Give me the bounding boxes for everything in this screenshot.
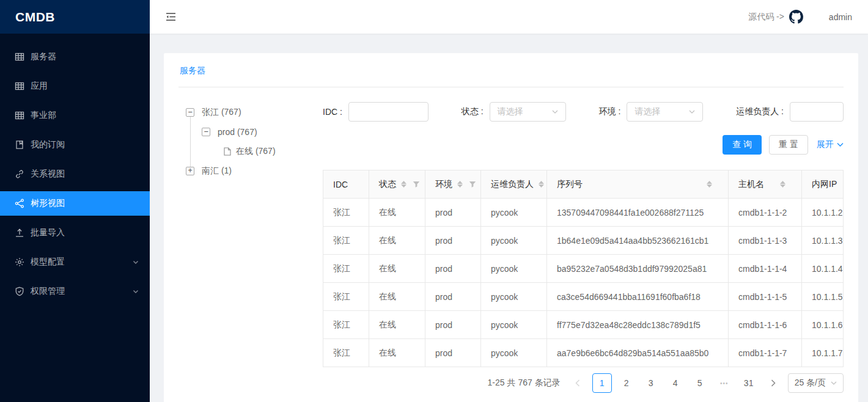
- tree-node-label[interactable]: prod (767): [218, 127, 257, 137]
- pagination-page[interactable]: 31: [739, 373, 759, 393]
- pagination-ellipsis[interactable]: •••: [715, 373, 734, 393]
- menu-fold-icon[interactable]: [166, 12, 176, 22]
- idc-input[interactable]: [348, 102, 428, 122]
- table-row: 张江 在线 prod pycook ff775e7d32ea48c28eddc1…: [323, 311, 844, 339]
- tab-bar: 服务器: [178, 53, 844, 87]
- cell-idc: 张江: [323, 311, 369, 339]
- pagination-page[interactable]: 1: [592, 373, 612, 393]
- cell-status: 在线: [369, 339, 425, 367]
- column-header-internal-ip: 内网IP: [802, 170, 844, 199]
- status-label: 状态 :: [462, 106, 484, 117]
- cell-internal-ip: 10.1.1.5: [802, 283, 844, 311]
- page-size-value: 25 条/页: [795, 378, 826, 389]
- env-select[interactable]: 请选择: [627, 102, 703, 122]
- sort-icon[interactable]: [539, 181, 544, 188]
- cell-status: 在线: [369, 283, 425, 311]
- cell-serial: aa7e9b6e6bc64d829ba514a551aa85b0: [547, 339, 729, 367]
- column-header-hostname[interactable]: 主机名: [729, 170, 802, 199]
- cell-internal-ip: 10.1.1.4: [802, 255, 844, 283]
- sort-icon[interactable]: [457, 181, 463, 188]
- cell-operator: pycook: [481, 227, 547, 255]
- status-select-value: 请选择: [498, 106, 523, 117]
- cell-status: 在线: [369, 199, 425, 227]
- column-title: 状态: [379, 179, 396, 190]
- cell-hostname: cmdb1-1-1-5: [729, 283, 802, 311]
- tree-node: − 张江 (767): [178, 103, 323, 122]
- cell-env: prod: [425, 227, 481, 255]
- cell-operator: pycook: [481, 283, 547, 311]
- tree-node-label[interactable]: 在线 (767): [236, 146, 276, 157]
- reset-button[interactable]: 重 置: [769, 135, 808, 155]
- cell-hostname: cmdb1-1-1-6: [729, 311, 802, 339]
- cell-env: prod: [425, 311, 481, 339]
- search-button[interactable]: 查 询: [723, 135, 762, 155]
- column-header-operator[interactable]: 运维负责人: [481, 170, 547, 199]
- page-size-select[interactable]: 25 条/页: [788, 373, 844, 393]
- sidebar-item-permissions[interactable]: 权限管理: [0, 279, 150, 304]
- cell-idc: 张江: [323, 255, 369, 283]
- column-title: 环境: [435, 179, 452, 190]
- sidebar-item-model-config[interactable]: 模型配置: [0, 250, 150, 274]
- sidebar-item-subscriptions[interactable]: 我的订阅: [0, 133, 150, 157]
- cell-env: prod: [425, 339, 481, 367]
- pagination-prev-icon[interactable]: [568, 373, 587, 393]
- pagination-next-icon[interactable]: [763, 373, 783, 393]
- pagination-page[interactable]: 3: [641, 373, 661, 393]
- tree-expand-icon[interactable]: +: [186, 167, 194, 175]
- tree-collapse-icon[interactable]: −: [186, 108, 194, 117]
- cell-hostname: cmdb1-1-1-3: [729, 227, 802, 255]
- sidebar-item-relation-view[interactable]: 关系视图: [0, 162, 150, 186]
- cell-hostname: cmdb1-1-1-4: [729, 255, 802, 283]
- content-area: 服务器 − 张江 (767) − prod (767) 在线 (767): [150, 34, 868, 402]
- cell-idc: 张江: [323, 227, 369, 255]
- cell-env: prod: [425, 283, 481, 311]
- cell-idc: 张江: [323, 283, 369, 311]
- column-header-idc: IDC: [323, 170, 369, 199]
- pagination-page[interactable]: 5: [690, 373, 710, 393]
- table-row: 张江 在线 prod pycook 1b64e1e09d5a414aa4bb52…: [323, 227, 844, 255]
- pagination: 1-25 共 767 条记录 1 2 3 4 5 ••• 31 25 条/: [323, 373, 844, 393]
- cell-serial: 1b64e1e09d5a414aa4bb523662161cb1: [547, 227, 729, 255]
- tab-servers[interactable]: 服务器: [178, 53, 207, 87]
- app-logo[interactable]: CMDB: [0, 0, 150, 34]
- sidebar-item-label: 服务器: [31, 51, 56, 62]
- sort-icon[interactable]: [707, 181, 712, 188]
- user-menu[interactable]: admin: [829, 12, 852, 22]
- sort-icon[interactable]: [780, 181, 785, 188]
- sidebar-item-bulk-import[interactable]: 批量导入: [0, 221, 150, 245]
- column-title: 主机名: [738, 179, 764, 190]
- filter-icon[interactable]: [469, 181, 476, 188]
- table-icon: [15, 52, 24, 62]
- sidebar-item-servers[interactable]: 服务器: [0, 45, 150, 69]
- source-code-link[interactable]: 源代码 ->: [748, 10, 803, 24]
- sidebar-item-label: 树形视图: [31, 198, 65, 209]
- tree-node-label[interactable]: 南汇 (1): [202, 166, 232, 177]
- tree-node-label[interactable]: 张江 (767): [202, 107, 241, 118]
- sidebar-item-tree-view[interactable]: 树形视图: [0, 191, 150, 216]
- pagination-page[interactable]: 4: [666, 373, 685, 393]
- cell-operator: pycook: [481, 255, 547, 283]
- sidebar-item-applications[interactable]: 应用: [0, 74, 150, 98]
- github-icon[interactable]: [789, 10, 803, 24]
- operator-input[interactable]: [790, 102, 844, 122]
- cell-operator: pycook: [481, 199, 547, 227]
- filter-icon[interactable]: [413, 181, 420, 188]
- expand-link[interactable]: 展开: [817, 139, 844, 150]
- tree-collapse-icon[interactable]: −: [202, 128, 210, 136]
- table-header-row: IDC 状态: [323, 170, 844, 199]
- cell-idc: 张江: [323, 339, 369, 367]
- sort-icon[interactable]: [401, 181, 406, 188]
- cell-status: 在线: [369, 311, 425, 339]
- sidebar-item-business-units[interactable]: 事业部: [0, 103, 150, 128]
- filter-form: IDC : 状态 : 请选择 环境 :: [323, 102, 844, 122]
- cell-serial: ca3ce54d669441bba11691f60fba6f18: [547, 283, 729, 311]
- column-header-env[interactable]: 环境: [425, 170, 481, 199]
- share-icon: [15, 199, 24, 208]
- sidebar-item-label: 关系视图: [31, 169, 65, 180]
- status-select[interactable]: 请选择: [490, 102, 566, 122]
- column-title: 内网IP: [812, 179, 837, 190]
- pagination-page[interactable]: 2: [617, 373, 636, 393]
- tree-node: 在线 (767): [178, 142, 323, 161]
- column-header-status[interactable]: 状态: [369, 170, 425, 199]
- column-header-serial[interactable]: 序列号: [547, 170, 729, 199]
